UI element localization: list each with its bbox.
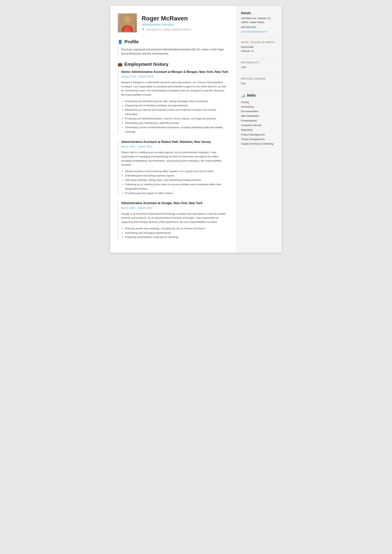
job-dates: March 2005 – March 2010 [121, 206, 228, 209]
skill-item-6: Reporting [241, 128, 277, 132]
skill-item-7: Project Management [241, 132, 277, 137]
skills-icon: 📊 [241, 93, 245, 98]
avatar [118, 13, 137, 32]
skill-item-0: Faxing [241, 100, 277, 104]
bullet-item: Preparing presentations materials for me… [125, 235, 228, 239]
skill-item-8: Travel Arrangements [241, 137, 277, 142]
bullet-item: Answering and directions phone calls, ta… [125, 99, 228, 104]
address: 143 Main Ave, Orlando, FL, 32804, United… [241, 16, 277, 24]
location-icon: 📍 [142, 28, 145, 31]
bullet-item: Submitting and reconciling expense repor… [125, 173, 228, 178]
employment-section-title: 💼 Employment history [118, 62, 228, 67]
divider-2 [241, 58, 277, 58]
sidebar: Details 143 Main Ave, Orlando, FL, 32804… [236, 6, 282, 253]
profile-section-title: 👤 Profile [118, 39, 228, 44]
dob-place: Orlando, FL [241, 49, 277, 53]
nationality-value: USA [241, 65, 277, 69]
sidebar-skills: 📊 Skills FaxingSchedulingDocumentationMa… [241, 93, 277, 146]
sidebar-nationality: NATIONALITY USA [241, 61, 277, 69]
bullet-item: Maintaining an internal and external con… [125, 108, 228, 117]
bullet-item: Overseeing a team of Administrative Assi… [125, 125, 228, 134]
job-entries-container: Senior Administrative Assistant at Morga… [118, 70, 228, 240]
candidate-name: Roger McRaven [142, 15, 191, 22]
divider-4 [241, 90, 277, 91]
main-content: Roger McRaven Administrative Assistant 📍… [110, 6, 236, 253]
driving-value: Full [241, 82, 277, 86]
skills-list: FaxingSchedulingDocumentationMail Distri… [241, 100, 277, 146]
skill-item-4: Presentations [241, 118, 277, 123]
dob-label: DATE / PLACE OF BIRTH [241, 41, 277, 44]
nationality-label: NATIONALITY [241, 61, 277, 64]
job-title-text: Administrative Assistant at Robert Half,… [121, 140, 228, 144]
profile-text: Punctual, organized and proactive Admini… [118, 47, 228, 56]
email[interactable]: carykupper@gmail.com [241, 30, 277, 33]
phone: 890-555-0401 [241, 25, 277, 29]
skills-title: 📊 Skills [241, 93, 277, 98]
job-entry-0: Senior Administrative Assistant at Morga… [118, 70, 228, 134]
skill-item-1: Scheduling [241, 104, 277, 109]
bullet-item: Developing and maintaining a rigid filin… [125, 121, 228, 125]
job-dates: March 2010 – March 2013 [121, 145, 228, 148]
job-description: Morgan & Morgan is a nationwide personal… [121, 80, 228, 97]
bullet-item: Attending meetings, taking notes, and di… [125, 178, 228, 182]
bullet-item: Providing general support to office visi… [125, 191, 228, 195]
job-entry-2: Administrative Assistant at Google, New … [118, 201, 228, 239]
job-description: Robert Half is a staffing and recruiting… [121, 150, 228, 167]
skill-item-2: Documentation [241, 109, 277, 114]
employment-icon: 💼 [118, 62, 123, 67]
employment-section: 💼 Employment history Senior Administrati… [118, 62, 228, 240]
sidebar-details: Details 143 Main Ave, Orlando, FL, 32804… [241, 11, 277, 33]
profile-section: 👤 Profile Punctual, organized and proact… [118, 39, 228, 56]
bullet-item: Scheduling and managing appointments [125, 231, 228, 235]
candidate-title: Administrative Assistant [142, 23, 191, 26]
bullet-item: Taking inventory of and ordering office … [125, 169, 228, 173]
bullet-item: Planning events and meetings, including … [125, 226, 228, 231]
driving-label: DRIVING LICENSE [241, 77, 277, 80]
skill-item-3: Mail Distribution [241, 114, 277, 118]
job-entry-1: Administrative Assistant at Robert Half,… [118, 140, 228, 195]
dob-value: 05/10/1983 [241, 45, 277, 49]
bullet-item: Producing and distributing letters, memo… [125, 117, 228, 121]
bullet-item: Organizing and scheduling meetings and a… [125, 104, 228, 108]
skill-item-5: Customer Service [241, 123, 277, 128]
svg-point-3 [125, 17, 130, 22]
resume-container: Roger McRaven Administrative Assistant 📍… [110, 6, 282, 253]
resume-header: Roger McRaven Administrative Assistant 📍… [118, 13, 228, 32]
job-description: Google is an American multinational tech… [121, 212, 228, 224]
job-title-text: Senior Administrative Assistant at Morga… [121, 70, 228, 74]
bullet-item: Following up on meeting action items to … [125, 182, 228, 191]
sidebar-dob: DATE / PLACE OF BIRTH 05/10/1983 Orlando… [241, 41, 277, 53]
sidebar-driving: DRIVING LICENSE Full [241, 77, 277, 86]
skill-item-9: Supply Inventory & Ordering [241, 142, 277, 146]
job-dates: August 2013 – March 2018 [121, 75, 228, 78]
candidate-location: 📍 ORLANDO, FL, 32804, UNITED STATES [142, 28, 191, 31]
header-info: Roger McRaven Administrative Assistant 📍… [142, 15, 191, 31]
job-title-text: Administrative Assistant at Google, New … [121, 201, 228, 205]
profile-icon: 👤 [118, 40, 123, 44]
details-title: Details [241, 11, 277, 15]
